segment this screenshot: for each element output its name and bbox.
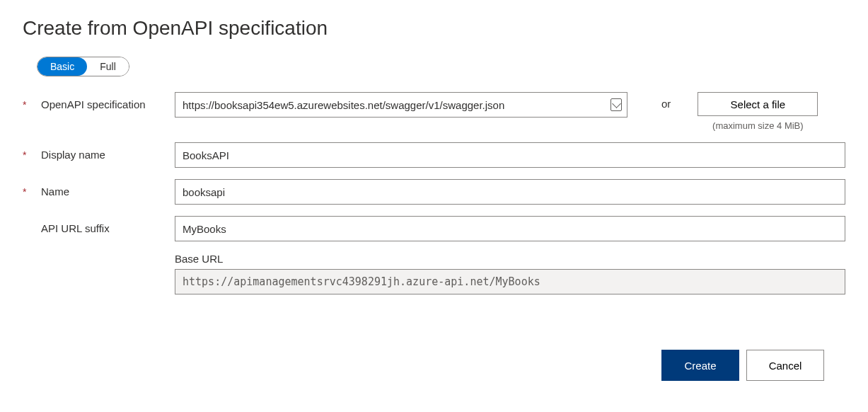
max-size-hint: (maximum size 4 MiB) [712, 120, 804, 131]
required-marker: * [23, 98, 41, 110]
cancel-button[interactable]: Cancel [746, 350, 824, 381]
file-icon [611, 98, 622, 111]
select-file-button[interactable]: Select a file [698, 92, 818, 116]
toggle-basic[interactable]: Basic [37, 57, 87, 76]
label-suffix: API URL suffix [41, 222, 110, 236]
row-display-name: * Display name [23, 142, 845, 168]
label-spec: OpenAPI specification [41, 98, 146, 112]
required-marker: * [23, 148, 41, 160]
toggle-full[interactable]: Full [87, 57, 129, 76]
required-marker: * [23, 185, 41, 197]
name-input[interactable] [175, 179, 845, 205]
api-url-suffix-input[interactable] [175, 216, 845, 241]
label-base-url: Base URL [175, 253, 845, 265]
row-base-url: Base URL https://apimanagementsrvc439829… [23, 253, 845, 294]
or-label: or [627, 92, 698, 110]
create-button[interactable]: Create [661, 350, 739, 381]
label-name: Name [41, 185, 69, 199]
display-name-input[interactable] [175, 142, 845, 168]
footer-actions: Create Cancel [23, 350, 845, 381]
page-title: Create from OpenAPI specification [23, 17, 845, 40]
row-suffix: API URL suffix [23, 216, 845, 241]
base-url-display: https://apimanagementsrvc4398291jh.azure… [175, 269, 845, 294]
mode-toggle: Basic Full [37, 57, 129, 76]
form: * OpenAPI specification or Select a file… [23, 92, 845, 294]
row-name: * Name [23, 179, 845, 205]
openapi-spec-input[interactable] [175, 92, 627, 118]
label-display-name: Display name [41, 148, 105, 162]
row-spec: * OpenAPI specification or Select a file… [23, 92, 845, 131]
